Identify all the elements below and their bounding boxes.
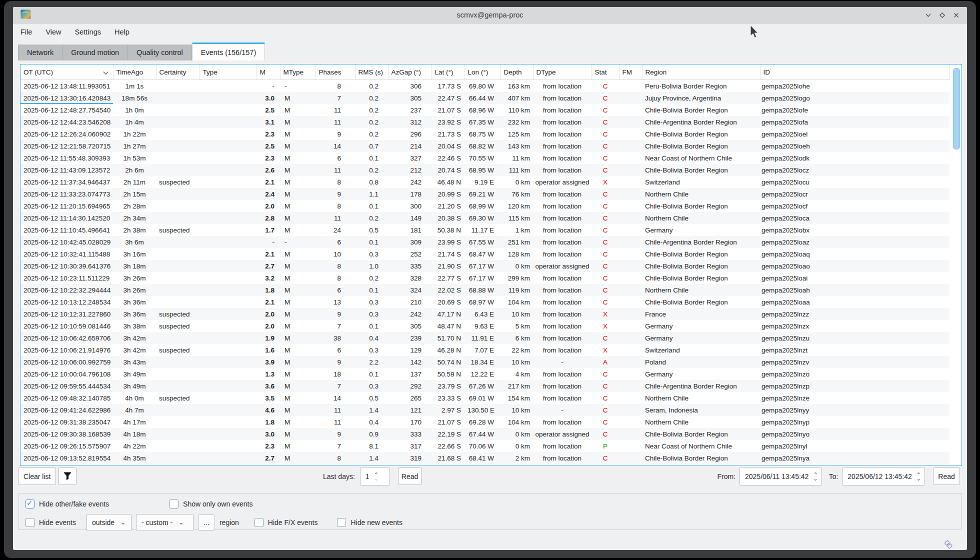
event-row[interactable]: 2025-06-12 11:20:15.6949652h 28m2.0M80.1…	[20, 200, 950, 212]
cell-lon: 68.99 W	[464, 200, 500, 212]
event-row[interactable]: 2025-06-12 12:48:27.7545401h 0m2.5M110.2…	[20, 104, 950, 116]
column-header-depth[interactable]: Depth	[500, 64, 533, 80]
event-row[interactable]: 2025-06-12 10:13:12.2485343h 36m2.1M130.…	[20, 296, 950, 308]
cell-region: Northern Chile	[642, 284, 760, 296]
event-row[interactable]: 2025-06-12 10:06:21.9149763h 42msuspecte…	[20, 344, 950, 356]
menu-item-help[interactable]: Help	[114, 28, 130, 36]
column-header-time-ago[interactable]: TimeAgo	[113, 64, 156, 80]
cell-stat: C	[592, 248, 619, 260]
read-range-button[interactable]: Read	[933, 468, 960, 485]
cell-ot: 2025-06-12 09:59:55.444534	[20, 380, 113, 392]
event-row[interactable]: 2025-06-12 09:41:24.6229864h 7m4.6M111.4…	[20, 404, 950, 416]
menu-item-file[interactable]: File	[20, 28, 32, 36]
column-header-type[interactable]: Type	[200, 64, 256, 80]
column-header-id[interactable]: ID	[760, 64, 950, 80]
hide-new-checkbox[interactable]	[337, 518, 346, 527]
event-row[interactable]: 2025-06-12 10:42:45.0280293h 6m--60.1309…	[20, 236, 950, 248]
cell-lat: 47.17 N	[432, 308, 464, 320]
from-datetime-field[interactable]: 2025/06/11 13:45:42 ⌃⌄	[740, 467, 822, 486]
event-row[interactable]: 2025-06-12 11:37:34.9464372h 11msuspecte…	[20, 176, 950, 188]
cell-certainty	[156, 404, 200, 416]
event-table[interactable]: OT (UTC)TimeAgoCertaintyTypeMMTypePhases…	[20, 64, 962, 466]
cell-magnitude: 1.8	[256, 416, 280, 428]
event-row[interactable]: 2025-06-12 11:55:48.3093931h 53m2.3M60.1…	[20, 152, 950, 164]
cell-depth: 163 km	[500, 80, 533, 92]
event-row[interactable]: 2025-06-12 09:26:15.5759074h 22m2.3M78.1…	[20, 440, 950, 452]
tab-quality-control[interactable]: Quality control	[128, 44, 192, 60]
event-row[interactable]: 2025-06-12 09:59:55.4445343h 49m3.6M70.3…	[20, 380, 950, 392]
event-row[interactable]: 2025-06-12 10:12:31.2278603h 36msuspecte…	[20, 308, 950, 320]
column-header-phases[interactable]: Phases	[316, 64, 355, 80]
spinner-arrows-icon[interactable]: ⌃⌄	[916, 472, 921, 480]
event-row[interactable]: 2025-06-12 10:10:59.0814463h 38msuspecte…	[20, 320, 950, 332]
event-row[interactable]: 2025-06-12 09:30:38.1685394h 18m3.0M90.9…	[20, 428, 950, 440]
cell-mtype: M	[280, 152, 316, 164]
event-row[interactable]: 2025-06-12 11:14:30.1425202h 34m2.8M110.…	[20, 212, 950, 224]
event-row[interactable]: 2025-06-12 09:13:52.8195544h 35m2.7M81.4…	[20, 452, 950, 464]
hide-other-fake-checkbox[interactable]	[26, 500, 34, 508]
event-row[interactable]: 2025-06-12 12:44:23.5462081h 4m3.1M110.2…	[20, 116, 950, 128]
event-row[interactable]: 2025-06-12 11:33:23.0747732h 15m2.4M91.1…	[20, 188, 950, 200]
menu-item-settings[interactable]: Settings	[75, 28, 101, 36]
spinner-arrows-icon[interactable]: ⌃⌄	[374, 472, 378, 480]
event-row[interactable]: 2025-06-12 09:48:32.1407854h 0msuspected…	[20, 392, 950, 404]
column-header-region[interactable]: Region	[642, 64, 760, 80]
event-row[interactable]: 2025-06-12 10:06:00.9927593h 43m3.9M92.2…	[20, 356, 950, 368]
column-header-lon[interactable]: Lon (°)	[464, 64, 500, 80]
cell-mtype: M	[280, 356, 316, 368]
read-last-days-button[interactable]: Read	[398, 468, 422, 485]
event-row[interactable]: 2025-06-12 11:10:45.4966412h 38msuspecte…	[20, 224, 950, 236]
event-row[interactable]: 2025-06-12 10:32:41.1154883h 16m2.1M100.…	[20, 248, 950, 260]
scope-dropdown[interactable]: outside ⌄	[86, 514, 132, 531]
column-header-mtype[interactable]: MType	[280, 64, 316, 80]
cell-mtype: M	[280, 164, 316, 176]
minimize-icon[interactable]	[924, 12, 932, 19]
event-row[interactable]: 2025-06-12 12:26:24.0609021h 22m2.3M90.2…	[20, 128, 950, 140]
last-days-spinner[interactable]: 1 ⌃⌄	[360, 467, 390, 486]
maximize-icon[interactable]	[938, 12, 946, 19]
spinner-arrows-icon[interactable]: ⌃⌄	[813, 472, 818, 480]
cell-lat: 23.92 S	[432, 116, 464, 128]
cell-lat: 22.02 S	[432, 284, 464, 296]
event-row[interactable]: 2025-06-12 10:23:11.5112293h 26m3.2M80.2…	[20, 272, 950, 284]
column-header-magnitude[interactable]: M	[256, 64, 280, 80]
clear-list-button[interactable]: Clear list	[18, 468, 56, 485]
column-header-certainty[interactable]: Certainty	[156, 64, 200, 80]
column-header-fm[interactable]: FM	[619, 64, 642, 80]
tab-events[interactable]: Events (156/157)	[192, 42, 265, 60]
event-row[interactable]: 2025-06-12 10:22:32.2944443h 26m1.8M60.1…	[20, 284, 950, 296]
hide-fx-checkbox[interactable]	[254, 518, 264, 527]
event-row[interactable]: 2025-06-12 11:43:09.1235722h 6m2.6M110.2…	[20, 164, 950, 176]
event-row[interactable]: 2025-06-12 10:30:39.6413763h 18m2.7M81.0…	[20, 260, 950, 272]
vertical-scrollbar[interactable]	[951, 65, 961, 464]
column-header-lat[interactable]: Lat (°)	[432, 64, 464, 80]
event-row[interactable]: 2025-06-12 09:31:38.2350474h 17m1.8M110.…	[20, 416, 950, 428]
close-icon[interactable]	[952, 12, 960, 19]
column-header-ot[interactable]: OT (UTC)	[20, 64, 113, 80]
event-row[interactable]: 2025-06-12 10:00:04.7961083h 49m1.3M180.…	[20, 368, 950, 380]
show-only-own-checkbox[interactable]	[170, 500, 178, 508]
cell-certainty: suspected	[156, 320, 200, 332]
cell-depth: 76 km	[500, 188, 533, 200]
menu-item-view[interactable]: View	[46, 28, 61, 36]
column-header-dtype[interactable]: DType	[533, 64, 592, 80]
cell-region: Chile-Bolivia Border Region	[642, 452, 760, 464]
region-browse-button[interactable]: ...	[198, 514, 215, 530]
column-header-azgap[interactable]: AzGap (°)	[388, 64, 432, 80]
column-header-rms[interactable]: RMS (s)	[355, 64, 388, 80]
tab-ground-motion[interactable]: Ground motion	[62, 44, 128, 60]
titlebar[interactable]: scmvx@gempa-proc	[13, 7, 967, 24]
to-datetime-field[interactable]: 2025/06/12 13:45:42 ⌃⌄	[842, 467, 925, 486]
hide-events-checkbox[interactable]	[26, 518, 34, 527]
filter-button[interactable]	[58, 468, 76, 485]
event-row[interactable]: 2025-06-12 13:48:11.9930511m 1s--80.2306…	[20, 80, 950, 92]
region-preset-dropdown[interactable]: - custom - ⌄	[136, 514, 194, 531]
event-row[interactable]: 2025-06-12 13:30:16.42084318m 56s3.0M70.…	[20, 92, 950, 104]
cell-lon: 12.22 E	[464, 368, 500, 380]
tab-network[interactable]: Network	[18, 44, 62, 60]
event-row[interactable]: 2025-06-12 10:06:42.6597063h 42m1.9M380.…	[20, 332, 950, 344]
scrollbar-thumb[interactable]	[953, 68, 960, 150]
column-header-stat[interactable]: Stat	[592, 64, 619, 80]
cell-azgap: 306	[388, 80, 432, 92]
event-row[interactable]: 2025-06-12 12:21:58.7207151h 27m2.5M140.…	[20, 140, 950, 152]
